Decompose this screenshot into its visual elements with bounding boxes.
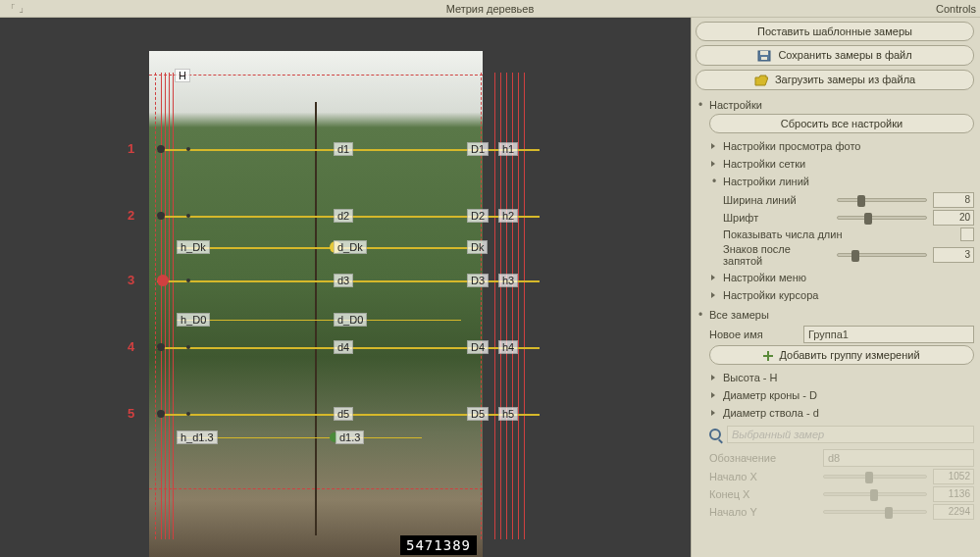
sidebar: Поставить шаблонные замеры Сохранить зам… (691, 18, 980, 557)
show-lengths-checkbox[interactable] (960, 228, 974, 241)
section-menu-settings[interactable]: Настройки меню (709, 269, 974, 286)
v-guide[interactable] (500, 73, 501, 539)
font-label: Шрифт (723, 212, 831, 224)
startx-slider[interactable] (823, 475, 927, 479)
show-lengths-label: Показывать числа длин (723, 228, 954, 240)
v-guide[interactable] (518, 73, 519, 539)
image-id-label: 5471389 (400, 535, 477, 555)
search-icon[interactable] (709, 429, 721, 440)
font-row: Шрифт 20 (723, 210, 974, 226)
line-width-slider[interactable] (837, 198, 927, 202)
starty-slider[interactable] (823, 510, 927, 514)
decimals-value[interactable]: 3 (933, 247, 974, 263)
new-name-label: Новое имя (709, 329, 798, 340)
tree-photo: 5471389 (149, 51, 483, 557)
label-h[interactable]: h5 (498, 407, 518, 421)
label-h[interactable]: h3 (498, 274, 518, 287)
section-height[interactable]: Высота - H (709, 369, 974, 386)
label-h[interactable]: h4 (498, 340, 518, 354)
obj-label: Обозначение (709, 452, 817, 464)
add-group-button[interactable]: Добавить группу измерений (709, 345, 974, 365)
section-crown[interactable]: Диаметр кроны - D (709, 386, 974, 404)
section-grid-settings[interactable]: Настройки сетки (709, 155, 974, 173)
row-number: 5 (128, 406, 134, 421)
save-icon (757, 50, 771, 62)
svg-rect-2 (761, 57, 767, 60)
section-cursor-settings[interactable]: Настройки курсора (709, 286, 974, 304)
selected-measure-details: Обозначение Начало X1052 Конец X1136 Нач… (696, 447, 974, 522)
load-measures-button[interactable]: Загрузить замеры из файла (696, 70, 974, 90)
v-guide[interactable] (512, 73, 513, 539)
endx-label: Конец X (709, 488, 817, 500)
decimals-slider[interactable] (837, 253, 927, 257)
v-guide[interactable] (524, 73, 525, 539)
group-name-input[interactable] (803, 326, 974, 343)
template-measures-button[interactable]: Поставить шаблонные замеры (696, 22, 974, 41)
line-width-row: Ширина линий 8 (723, 192, 974, 208)
v-guide[interactable] (506, 73, 507, 539)
font-value[interactable]: 20 (933, 210, 974, 226)
section-line-settings[interactable]: Настройки линий (709, 173, 974, 190)
svg-rect-1 (760, 51, 768, 55)
label-h[interactable]: h1 (498, 142, 518, 156)
starty-value[interactable]: 2294 (933, 504, 974, 520)
main-area: 5471389 H 1d1D1h12d2D2h23d3D3h34d4D4h45d… (0, 18, 980, 557)
show-lengths-row: Показывать числа длин (723, 228, 974, 241)
obj-input[interactable] (823, 449, 974, 467)
line-width-value[interactable]: 8 (933, 192, 974, 208)
row-number: 3 (128, 273, 134, 287)
label-h[interactable]: h2 (498, 209, 518, 223)
startx-label: Начало X (709, 471, 817, 482)
folder-open-icon (754, 75, 768, 86)
row-number: 2 (128, 208, 134, 223)
row-number: 1 (128, 141, 134, 156)
row-number: 4 (128, 339, 134, 354)
new-name-row: Новое имя (709, 326, 974, 343)
reset-settings-button[interactable]: Сбросить все настройки (709, 114, 974, 133)
v-guide[interactable] (494, 73, 495, 539)
search-row (696, 422, 974, 447)
decimals-row: Знаков после запятой 3 (723, 243, 974, 267)
font-slider[interactable] (837, 216, 927, 220)
endx-slider[interactable] (823, 492, 927, 496)
window-title: Метрия деревьев (446, 3, 535, 15)
search-input[interactable] (727, 426, 974, 443)
window-controls[interactable]: 「 」 (6, 2, 28, 16)
endx-value[interactable]: 1136 (933, 486, 974, 502)
controls-label[interactable]: Controls (936, 3, 976, 15)
plus-icon (763, 351, 773, 361)
startx-value[interactable]: 1052 (933, 469, 974, 484)
title-bar: 「 」 Метрия деревьев Controls (0, 0, 980, 18)
line-width-label: Ширина линий (723, 194, 831, 206)
section-trunk[interactable]: Диаметр ствола - d (709, 404, 974, 422)
section-all-measures[interactable]: Все замеры (696, 306, 974, 324)
decimals-label: Знаков после запятой (723, 243, 831, 267)
section-settings[interactable]: Настройки (696, 96, 974, 114)
starty-label: Начало Y (709, 506, 817, 518)
save-measures-button[interactable]: Сохранить замеры в файл (696, 45, 974, 66)
section-photo-settings[interactable]: Настройки просмотра фото (709, 137, 974, 155)
image-viewport[interactable]: 5471389 H 1d1D1h12d2D2h23d3D3h34d4D4h45d… (0, 18, 691, 557)
